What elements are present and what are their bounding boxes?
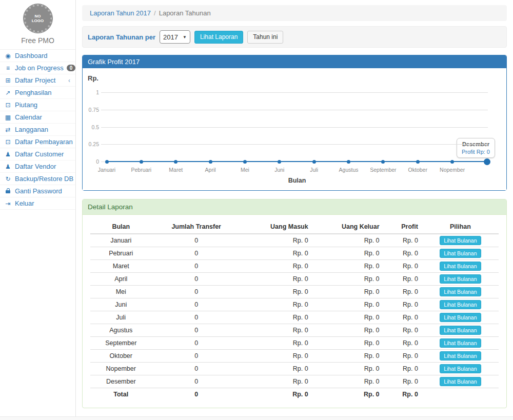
sidebar-item-daftar-customer[interactable]: ♟Daftar Customer [0,148,75,161]
table-cell: April [90,273,152,286]
table-cell-action: Lihat Bulanan [422,273,499,286]
table-cell: Januari [90,234,152,247]
sidebar-item-job-on-progress[interactable]: ≡Job on Progress0 [0,62,75,74]
table-cell: Rp. 0 [312,324,384,337]
table-cell: 0 [152,234,241,247]
sidebar-item-daftar-project[interactable]: ⊞Daftar Project‹ [0,74,75,87]
lihat-bulanan-button[interactable]: Lihat Bulanan [440,351,481,361]
column-header-bulan: Bulan [90,220,152,234]
footer: Powered by Free PMO, and developed with … [0,416,513,420]
table-cell: Rp. 0 [312,337,384,350]
sidebar-item-label: Keluar [15,199,71,207]
sidebar-item-calendar[interactable]: ▦Calendar [0,111,75,124]
table-cell: 0 [152,363,241,375]
lihat-laporan-button[interactable]: Lihat Laporan [194,31,243,44]
table-cell-action: Lihat Bulanan [422,298,499,311]
detail-panel-title: Detail Laporan [83,199,506,215]
table-cell: Rp. 0 [241,286,312,298]
y-tick-label: 1 [83,89,99,95]
data-point-juli[interactable] [312,160,316,164]
tahun-ini-button[interactable]: Tahun ini [247,31,283,44]
breadcrumb-link[interactable]: Laporan Tahun 2017 [90,9,151,17]
table-cell: Rp. 0 [312,298,384,311]
sidebar-item-piutang[interactable]: ⊡Piutang [0,99,75,111]
sidebar-item-penghasilan[interactable]: ↗Penghasilan [0,87,75,99]
data-point-mei[interactable] [243,160,247,164]
table-cell-action: Lihat Bulanan [422,286,499,298]
table-cell: Rp. 0 [384,350,422,363]
table-cell: Rp. 0 [241,337,312,350]
year-select[interactable]: 2017 ▼ [160,30,190,44]
table-cell: Rp. 0 [241,298,312,311]
data-point-desember[interactable] [484,158,490,165]
total-cell: Rp. 0 [241,388,312,401]
exchange-icon: ⇄ [4,126,12,133]
content-area: Laporan Tahun 2017/Laporan Tahunan Lapor… [76,0,513,416]
lihat-bulanan-button[interactable]: Lihat Bulanan [440,326,481,335]
x-axis-title: Bulan [215,177,379,184]
table-cell: 0 [152,350,241,363]
sidebar-item-langganan[interactable]: ⇄Langganan [0,124,75,136]
table-row: Oktober0Rp. 0Rp. 0Rp. 0Lihat Bulanan [90,350,499,363]
table-cell: Rp. 0 [384,363,422,375]
data-point-september[interactable] [381,160,385,164]
lihat-bulanan-button[interactable]: Lihat Bulanan [440,236,481,245]
data-point-juni[interactable] [278,160,281,164]
sidebar-item-daftar-pembayaran[interactable]: ⊡Daftar Pembayaran [0,136,75,148]
lihat-bulanan-button[interactable]: Lihat Bulanan [440,364,481,373]
total-cell: Rp. 0 [312,388,384,401]
data-point-pebruari[interactable] [140,160,143,164]
table-row: Maret0Rp. 0Rp. 0Rp. 0Lihat Bulanan [90,260,499,273]
caret-down-icon: ▼ [183,35,187,39]
chart-panel-title: Grafik Profit 2017 [83,55,506,68]
y-tick-label: 0.75 [83,107,99,113]
table-row: Juni0Rp. 0Rp. 0Rp. 0Lihat Bulanan [90,298,499,311]
lihat-bulanan-button[interactable]: Lihat Bulanan [440,249,481,258]
sidebar-item-label: Backup/Restore DB [15,175,73,183]
column-header-uang-keluar: Uang Keluar [312,220,384,234]
table-cell: Rp. 0 [384,298,422,311]
gridline [101,127,488,128]
total-cell: 0 [152,388,241,401]
sidebar-item-backup-restore-db[interactable]: ↻Backup/Restore DB [0,173,75,185]
table-cell: Rp. 0 [312,375,384,388]
lihat-bulanan-button[interactable]: Lihat Bulanan [440,377,481,386]
table-cell: Rp. 0 [384,286,422,298]
lihat-bulanan-button[interactable]: Lihat Bulanan [440,338,481,348]
lihat-bulanan-button[interactable]: Lihat Bulanan [440,300,481,309]
profit-line-chart: Rp. Bulan Desember Profit Rp: 0 10.750.5… [83,68,506,190]
table-cell: 0 [152,260,241,273]
logo-text: NO LOGO [32,14,44,23]
sidebar-item-label: Piutang [15,101,71,109]
no-logo-badge: NO LOGO [24,4,52,33]
table-row: Agustus0Rp. 0Rp. 0Rp. 0Lihat Bulanan [90,324,499,337]
data-point-maret[interactable] [174,160,177,164]
lihat-bulanan-button[interactable]: Lihat Bulanan [440,274,481,284]
calendar-icon: ▦ [4,114,12,121]
lihat-bulanan-button[interactable]: Lihat Bulanan [440,313,481,322]
table-cell: Mei [90,286,152,298]
sidebar-item-keluar[interactable]: ⇥Keluar [0,197,75,210]
detail-panel-body: BulanJumlah TransferUang MasukUang Kelua… [83,215,506,408]
data-point-januari[interactable] [105,160,109,164]
column-header-jumlah-transfer: Jumlah Transfer [152,220,241,234]
lihat-bulanan-button[interactable]: Lihat Bulanan [440,287,481,296]
table-cell: Rp. 0 [312,234,384,247]
data-point-agustus[interactable] [347,160,350,164]
data-point-nopember[interactable] [450,160,454,164]
lihat-bulanan-button[interactable]: Lihat Bulanan [440,262,481,271]
table-cell: Rp. 0 [241,350,312,363]
data-point-oktober[interactable] [416,160,420,164]
table-cell: Juni [90,298,152,311]
table-cell: Rp. 0 [384,273,422,286]
sidebar-item-ganti-password[interactable]: Ganti Password [0,185,75,197]
chart-tooltip: Desember Profit Rp: 0 [457,138,495,158]
table-cell: Agustus [90,324,152,337]
sidebar-item-dashboard[interactable]: ◉Dashboard [0,50,75,62]
table-cell-action: Lihat Bulanan [422,260,499,273]
profit-series-line [107,161,487,162]
table-cell: Nopember [90,363,152,375]
sidebar-item-label: Ganti Password [15,187,71,195]
data-point-april[interactable] [209,160,212,164]
sidebar-item-daftar-vendor[interactable]: ♟Daftar Vendor [0,161,75,173]
